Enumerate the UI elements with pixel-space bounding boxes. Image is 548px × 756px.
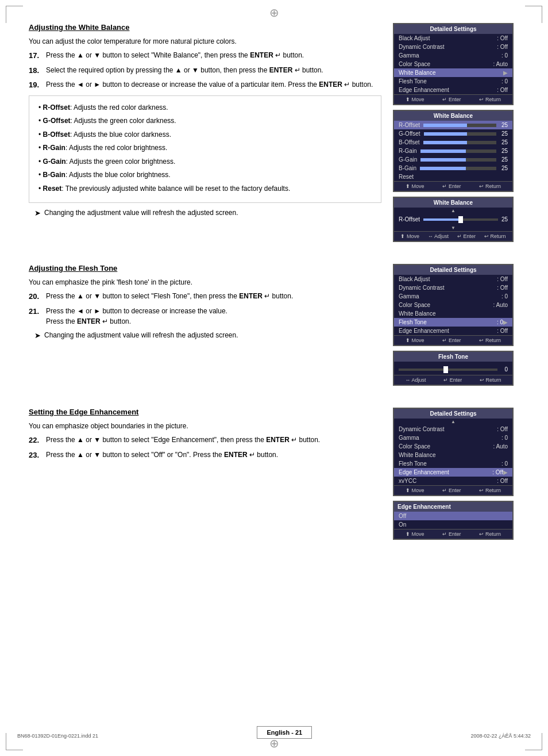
wb-fill-rgain: [420, 149, 466, 153]
ds3-row-xvycc: xvYCC : Off: [394, 477, 512, 485]
ds3-label-white-balance: White Balance: [399, 452, 508, 458]
note-arrow-icon: ➤: [34, 208, 41, 219]
ee-options-title-text: Edge Enhancement: [398, 504, 451, 510]
ft-slider-handle: [443, 366, 448, 373]
ds3-val-edge-enhancement: : Off: [492, 469, 503, 475]
ds2-row-edge-enhancement: Edge Enhancement : Off: [394, 327, 512, 335]
ft-footer-enter: ↵ Enter: [443, 377, 462, 383]
ft-footer-adjust: ↔ Adjust: [405, 377, 426, 383]
ds3-row-flesh-tone: Flesh Tone : 0: [394, 459, 512, 468]
ee-options-footer: ⬆ Move ↵ Enter ↩ Return: [394, 529, 512, 539]
ee-footer-enter: ↵ Enter: [442, 531, 461, 537]
ds2-label-gamma: Gamma: [399, 293, 499, 300]
white-balance-list-panel: White Balance R-Offset 25 G-Offset 25: [393, 110, 514, 192]
ds1-row-white-balance: White Balance ▶: [394, 68, 512, 77]
edge-enhancement-text: Setting the Edge Enhancement You can emp…: [29, 408, 381, 544]
ft-note-text: Changing the adjustment value will refre…: [44, 330, 238, 340]
ds2-label-color-space: Color Space: [399, 302, 491, 308]
wb-fill-bgain: [420, 167, 466, 170]
wb-label-ggain: G-Gain: [399, 156, 417, 163]
wb-fill-roffset: [423, 124, 467, 127]
ds1-val-edge-enhancement: : Off: [497, 87, 508, 93]
wb-track-roffset: [423, 124, 496, 127]
ds2-row-color-space: Color Space : Auto: [394, 301, 512, 309]
page-number-box: English - 21: [257, 726, 312, 739]
ds1-label-white-balance: White Balance: [399, 70, 503, 76]
ee-footer-return: ↩ Return: [479, 531, 501, 537]
ds3-row-gamma: Gamma : 0: [394, 433, 512, 442]
ds2-title: Detailed Settings: [394, 265, 512, 275]
wb-adjust-slider-track: [423, 218, 498, 221]
white-balance-intro: You can adjust the color temperature for…: [29, 36, 381, 47]
ds2-arrow-flesh-tone: ▶: [503, 319, 508, 325]
ds1-footer-return: ↩ Return: [479, 97, 501, 102]
ds2-footer: ⬆ Move ↵ Enter ↩ Return: [394, 335, 512, 345]
ds2-val-flesh-tone: : 0: [497, 319, 503, 325]
ds3-row-color-space: Color Space : Auto: [394, 442, 512, 451]
wb-list-title: White Balance: [394, 111, 512, 121]
ds2-label-edge-enhancement: Edge Enhancement: [399, 328, 495, 334]
ds1-val-flesh-tone: : 0: [501, 78, 508, 85]
step-18-text: Select the required option by pressing t…: [46, 65, 323, 76]
detailed-settings-panel-3: Detailed Settings ▲ Dynamic Contrast : O…: [393, 408, 514, 496]
ds1-footer-move: ⬆ Move: [406, 97, 424, 102]
wb-footer-return: ↩ Return: [479, 183, 501, 189]
wb-bar-goffset: [424, 132, 496, 136]
wb-label-goffset: G-Offset: [399, 131, 420, 137]
ds2-footer-enter: ↵ Enter: [442, 337, 461, 343]
wb-fill-goffset: [424, 132, 468, 136]
ds1-row-black-adjust: Black Adjust : Off: [394, 34, 512, 43]
wb-track-goffset: [424, 132, 496, 136]
wb-track-rgain: [420, 149, 496, 153]
wb-footer-move: ⬆ Move: [406, 183, 424, 189]
step-22-num: 22.: [29, 435, 46, 446]
footer-left-text: BN68-01392D-01Eng-0221.indd 21: [17, 733, 98, 739]
bullet-ggain: • G-Gain: Adjusts the green color bright…: [38, 156, 372, 168]
ds1-footer-enter: ↵ Enter: [442, 97, 461, 102]
bullet-roffset: • R-Offset: Adjusts the red color darkne…: [38, 102, 372, 114]
flesh-tone-slider-panel: Flesh Tone 0 ↔ Adjust ↵ Enter ↩ Return: [393, 351, 514, 386]
ds2-label-dynamic-contrast: Dynamic Contrast: [399, 285, 495, 291]
flesh-tone-layout: Adjusting the Flesh Tone You can emphasi…: [29, 264, 519, 390]
wb-label-rgain: R-Gain: [399, 148, 417, 154]
step-22: 22. Press the ▲ or ▼ button to select "E…: [29, 435, 381, 446]
edge-enhancement-options-panel: Edge Enhancement Off On ⬆ Move ↵ Enter ↩…: [393, 501, 514, 540]
edge-enhancement-layout: Setting the Edge Enhancement You can emp…: [29, 408, 519, 544]
wb-footer-enter: ↵ Enter: [442, 183, 461, 189]
ds1-val-dynamic-contrast: : Off: [497, 44, 508, 50]
bullet-rgain: • R-Gain: Adjusts the red color brightne…: [38, 142, 372, 155]
step-19-num: 19.: [29, 79, 46, 91]
wb-row-boffset: B-Offset 25: [394, 138, 512, 147]
ds3-title: Detailed Settings: [394, 409, 512, 419]
footer-right-text: 2008-02-22 ¿ÀÊÅ 5:44:32: [470, 733, 531, 739]
wb-bar-ggain: [420, 158, 496, 162]
ds3-val-flesh-tone: : 0: [501, 460, 508, 467]
ds2-row-white-balance: White Balance: [394, 309, 512, 318]
step-21-num: 21.: [29, 306, 46, 327]
bullet-boffset: • B-Offset: Adjusts the blue color darkn…: [38, 129, 372, 141]
ds3-label-xvycc: xvYCC: [399, 478, 495, 484]
page-footer: BN68-01392D-01Eng-0221.indd 21 English -…: [0, 726, 548, 739]
ds3-footer-return: ↩ Return: [479, 488, 501, 493]
flesh-tone-title: Adjusting the Flesh Tone: [29, 264, 381, 273]
wb-adjust-down-arrow: ▼: [394, 225, 512, 231]
flesh-tone-section: Adjusting the Flesh Tone You can emphasi…: [29, 264, 519, 390]
wb-bar-rgain: [420, 149, 496, 153]
step-18-num: 18.: [29, 65, 46, 76]
ds1-label-gamma: Gamma: [399, 52, 499, 59]
white-balance-adjust-panel: White Balance ▲ R-Offset 25 ▼ ⬆ Move ↔ A…: [393, 197, 514, 242]
detailed-settings-title-1: Detailed Settings: [394, 24, 512, 34]
ds1-label-dynamic-contrast: Dynamic Contrast: [399, 44, 495, 50]
ft-slider-title: Flesh Tone: [394, 352, 512, 362]
ds3-val-color-space: : Auto: [493, 443, 508, 450]
ft-slider-track: [399, 369, 497, 371]
detailed-settings-panel-2: Detailed Settings Black Adjust : Off Dyn…: [393, 264, 514, 346]
ds3-label-flesh-tone: Flesh Tone: [399, 460, 499, 467]
wb-fill-boffset: [423, 141, 468, 144]
ds3-up-arrow: ▲: [394, 419, 512, 425]
ds1-row-color-space: Color Space : Auto: [394, 60, 512, 68]
ee-options-title-bar: Edge Enhancement: [394, 502, 512, 512]
step-20-num: 20.: [29, 291, 46, 302]
flesh-tone-panels: Detailed Settings Black Adjust : Off Dyn…: [393, 264, 519, 390]
ds2-val-edge-enhancement: : Off: [497, 328, 508, 334]
